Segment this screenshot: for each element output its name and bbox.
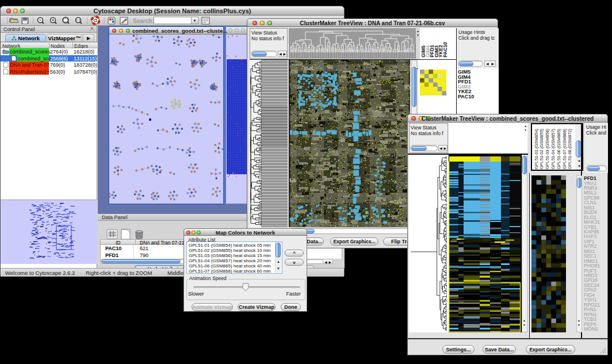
svg-text:1:1: 1:1 (76, 18, 81, 22)
